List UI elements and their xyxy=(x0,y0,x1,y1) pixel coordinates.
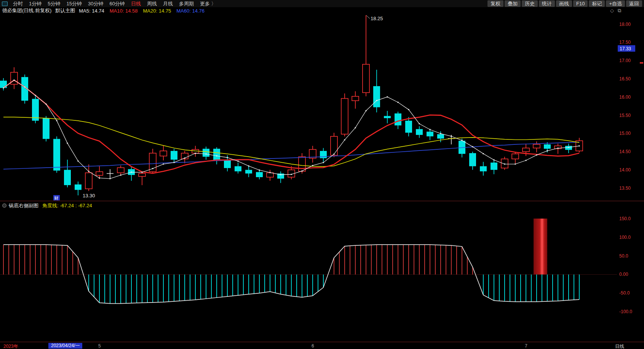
price-axis-label: 15.50 xyxy=(619,113,631,118)
candle-up xyxy=(299,157,305,171)
selected-date-label[interactable]: 2023/04/24/一 xyxy=(48,343,82,349)
period-button[interactable]: 多周期 xyxy=(176,0,197,7)
period-button[interactable]: 1分钟 xyxy=(26,0,45,7)
indicator-chart[interactable]: 150.0100.050.00.00-50.0-100.0 xyxy=(0,210,644,342)
period-toolbar: 分时1分钟5分钟15分钟30分钟60分钟日线周线月线多周期更多 〉 复权叠加历史… xyxy=(0,0,644,7)
candle-down xyxy=(491,163,497,170)
candle-down xyxy=(43,118,50,139)
indicator-toggle-icon[interactable] xyxy=(2,203,6,208)
badge-label: 财 xyxy=(54,196,59,200)
candle-up xyxy=(512,154,519,159)
price-axis-label: 16.00 xyxy=(619,94,631,100)
candle-down xyxy=(384,116,391,118)
toolbar-button[interactable]: 叠加 xyxy=(505,0,521,7)
month-tick: 5 xyxy=(98,343,101,349)
candle-down xyxy=(373,86,380,107)
signal-bar xyxy=(534,219,547,275)
month-tick: 6 xyxy=(312,343,314,349)
indicator-axis-label: 0.00 xyxy=(619,272,628,277)
candle-down xyxy=(480,166,487,171)
candle-down xyxy=(416,129,423,135)
year-label: 2023年 xyxy=(3,343,18,349)
toolbar-button[interactable]: 统计 xyxy=(539,0,555,7)
app-icon xyxy=(2,2,8,6)
stock-header-row: 德必集团(日线.前复权) 默认主图 MA5: 14.74MA10: 14.58M… xyxy=(0,7,644,14)
toolbar-button[interactable]: 历史 xyxy=(522,0,538,7)
ma-label: MA10: 14.58 xyxy=(110,8,138,14)
indicator-axis-label: -50.0 xyxy=(619,290,630,296)
price-axis-label: 17.50 xyxy=(619,40,631,45)
candle-down xyxy=(437,134,444,139)
toolbar-right-buttons: 复权叠加历史统计画线F10标记+自选返回 xyxy=(487,0,644,7)
candle-down xyxy=(405,121,412,133)
candle-down xyxy=(203,149,209,157)
candle-down xyxy=(224,160,231,168)
candle-down xyxy=(427,132,433,136)
price-marker-label: 17.33 xyxy=(620,46,631,51)
candle-down xyxy=(395,114,401,126)
indicator-bars xyxy=(3,245,579,304)
candle-down xyxy=(544,144,551,149)
candle-up xyxy=(523,148,529,152)
price-axis: 18.0017.5017.0016.5016.0015.5015.0014.50… xyxy=(618,22,643,191)
period-button[interactable]: 60分钟 xyxy=(106,0,128,7)
ma-label: MA20: 14.75 xyxy=(143,8,171,14)
indicator-axis: 150.0100.050.00.00-50.0-100.0 xyxy=(619,216,632,315)
period-button[interactable]: 15分钟 xyxy=(63,0,85,7)
price-axis-label: 16.50 xyxy=(619,76,631,82)
period-button[interactable]: 周线 xyxy=(144,0,160,7)
price-axis-label: 14.00 xyxy=(619,167,631,173)
indicator-axis-label: 100.0 xyxy=(619,235,631,240)
candle-down xyxy=(213,149,220,160)
toolbar-button[interactable]: 返回 xyxy=(626,0,642,7)
period-button[interactable]: 分时 xyxy=(10,0,26,7)
indicator-header: 锅底右侧副图 角度线: -67.24 : -67.24 xyxy=(0,201,644,210)
indicator-name[interactable]: 锅底右侧副图 xyxy=(9,202,38,209)
window-icon[interactable]: ⧉ xyxy=(618,8,621,14)
ma-label: MA5: 14.74 xyxy=(79,8,104,14)
period-list: 分时1分钟5分钟15分钟30分钟60分钟日线周线月线多周期更多 〉 xyxy=(10,0,219,7)
toolbar-button[interactable]: 标记 xyxy=(589,0,605,7)
price-axis-label: 18.00 xyxy=(619,22,631,27)
toolbar-button[interactable]: 画线 xyxy=(556,0,572,7)
ma-legend: MA5: 14.74MA10: 14.58MA20: 14.75MA60: 14… xyxy=(79,8,205,14)
main-candlestick-chart[interactable]: 18.0017.5017.0016.5016.0015.5015.0014.50… xyxy=(0,14,644,201)
toolbar-button[interactable]: 复权 xyxy=(487,0,503,7)
candle-down xyxy=(245,170,252,174)
candle-down xyxy=(75,184,81,190)
candle-down xyxy=(171,151,177,160)
indicator-value: 角度线: -67.24 : -67.24 xyxy=(42,202,92,209)
candle-up xyxy=(160,151,167,156)
diamond-icon[interactable]: ◇ xyxy=(610,8,614,13)
trading-app: 分时1分钟5分钟15分钟30分钟60分钟日线周线月线多周期更多 〉 复权叠加历史… xyxy=(0,0,644,349)
indicator-axis-label: -100.0 xyxy=(619,309,632,314)
candle-up xyxy=(139,173,145,176)
period-button[interactable]: 月线 xyxy=(160,0,176,7)
candle-up xyxy=(267,173,273,178)
toolbar-button[interactable]: F10 xyxy=(573,0,588,7)
axis-red-tick xyxy=(640,62,643,64)
candle-down xyxy=(256,172,263,177)
period-button[interactable]: 更多 〉 xyxy=(197,0,219,7)
period-button[interactable]: 30分钟 xyxy=(85,0,106,7)
candle-up xyxy=(352,96,359,101)
candle-up xyxy=(96,172,103,176)
period-indicator-label: 日线 xyxy=(615,343,624,349)
period-button[interactable]: 5分钟 xyxy=(45,0,63,7)
candle-up xyxy=(341,99,348,134)
period-button[interactable]: 日线 xyxy=(128,0,144,7)
toolbar-button[interactable]: +自选 xyxy=(606,0,625,7)
price-axis-label: 15.00 xyxy=(619,131,631,136)
high-annotation: 18.25 xyxy=(371,16,383,21)
indicator-axis-label: 50.0 xyxy=(619,253,628,259)
main-chart-label: 默认主图 xyxy=(55,7,79,14)
candle-up xyxy=(331,136,337,155)
candle-up xyxy=(85,173,92,189)
ma-label: MA60: 14.76 xyxy=(176,8,205,14)
stock-name: 德必集团(日线.前复权) xyxy=(0,7,55,14)
candle-up xyxy=(533,144,540,148)
price-axis-label: 14.50 xyxy=(619,149,631,154)
candle-down xyxy=(0,81,7,88)
month-tick: 7 xyxy=(525,343,527,349)
candle-down xyxy=(53,139,60,171)
